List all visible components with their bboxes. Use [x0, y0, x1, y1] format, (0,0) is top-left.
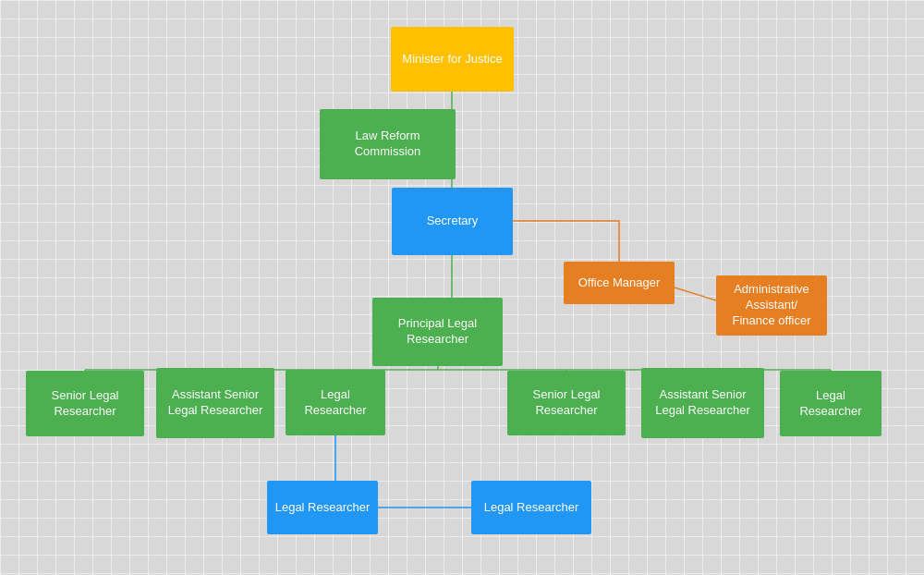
org-chart: Minister for Justice Law Reform Commissi… [0, 0, 924, 575]
law-reform-box: Law Reform Commission [320, 109, 456, 179]
svg-line-3 [675, 288, 716, 300]
principal-box: Principal Legal Researcher [372, 298, 503, 366]
legal-res2-box: Legal Researcher [780, 371, 881, 436]
legal-res4-box: Legal Researcher [471, 481, 591, 534]
asst-senior1-box: Assistant Senior Legal Researcher [156, 368, 274, 438]
senior2-box: Senior Legal Researcher [507, 371, 626, 435]
senior1-box: Senior Legal Researcher [26, 371, 144, 436]
legal-res3-box: Legal Researcher [267, 481, 378, 534]
minister-box: Minister for Justice [391, 27, 514, 92]
office-manager-box: Office Manager [564, 262, 675, 304]
asst-senior2-box: Assistant Senior Legal Researcher [641, 368, 764, 438]
secretary-box: Secretary [392, 188, 513, 255]
legal-res1-box: Legal Researcher [286, 370, 385, 435]
admin-assistant-box: Administrative Assistant/ Finance office… [716, 275, 827, 336]
